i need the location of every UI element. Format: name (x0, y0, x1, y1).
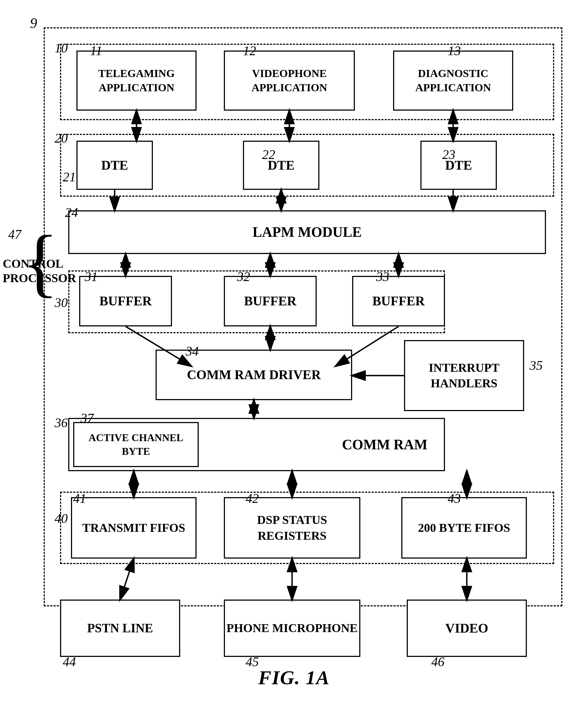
figure-label: FIG. 1A (258, 666, 330, 689)
ref-42: 42 (246, 491, 259, 506)
ref-21: 21 (63, 169, 76, 185)
page: 9 10 TELEGAMING APPLICATION 11 VIDEOPHON… (0, 0, 588, 711)
ref-40: 40 (54, 511, 68, 526)
ref-11: 11 (90, 43, 102, 58)
dsp-status-block: DSP STATUS REGISTERS (224, 497, 360, 559)
ref-24: 24 (65, 205, 78, 220)
active-channel-byte-block: ACTIVE CHANNEL BYTE (73, 422, 199, 467)
ref-9: 9 (30, 15, 37, 31)
ref-43: 43 (448, 491, 461, 506)
ref-34: 34 (186, 344, 199, 359)
diagnostic-block: DIAGNOSTIC APPLICATION (393, 50, 513, 111)
ref-36: 36 (54, 415, 68, 430)
ref-47-label: 47 (8, 227, 21, 242)
dte-22-block: DTE (243, 141, 319, 190)
videophone-block: VIDEOPHONE APPLICATION (224, 50, 355, 111)
ref-44: 44 (63, 654, 76, 669)
dte-23-block: DTE (421, 141, 497, 190)
ref-23: 23 (442, 147, 455, 162)
buffer-33-block: BUFFER (352, 276, 445, 326)
pstn-block: PSTN LINE (60, 600, 180, 657)
interrupt-handlers-block: INTERRUPT HANDLERS (404, 340, 524, 411)
lapm-block: LAPM MODULE (68, 210, 546, 254)
dte-21-block: DTE (76, 141, 153, 190)
telegaming-block: TELEGAMING APPLICATION (76, 50, 197, 111)
ref-46: 46 (431, 654, 445, 669)
video-block: VIDEO (407, 600, 527, 657)
ref-33: 33 (376, 269, 389, 284)
comm-ram-driver-block: COMM RAM DRIVER (156, 350, 352, 400)
byte-fifos-block: 200 BYTE FIFOS (401, 497, 527, 559)
ref-41: 41 (73, 491, 86, 506)
ref-13: 13 (448, 43, 461, 58)
transmit-fifos-block: TRANSMIT FIFOS (71, 497, 197, 559)
ref-22: 22 (262, 147, 275, 162)
ref-12: 12 (243, 43, 256, 58)
ref-32: 32 (237, 269, 250, 284)
ref-35: 35 (529, 358, 543, 373)
ref-10: 10 (54, 40, 68, 56)
ref-31: 31 (85, 269, 98, 284)
control-processor-text: CONTROL PROCESSOR (3, 257, 22, 286)
phone-mic-block: PHONE MICROPHONE (224, 600, 360, 657)
ref-20: 20 (54, 131, 68, 146)
ref-45: 45 (246, 654, 259, 669)
